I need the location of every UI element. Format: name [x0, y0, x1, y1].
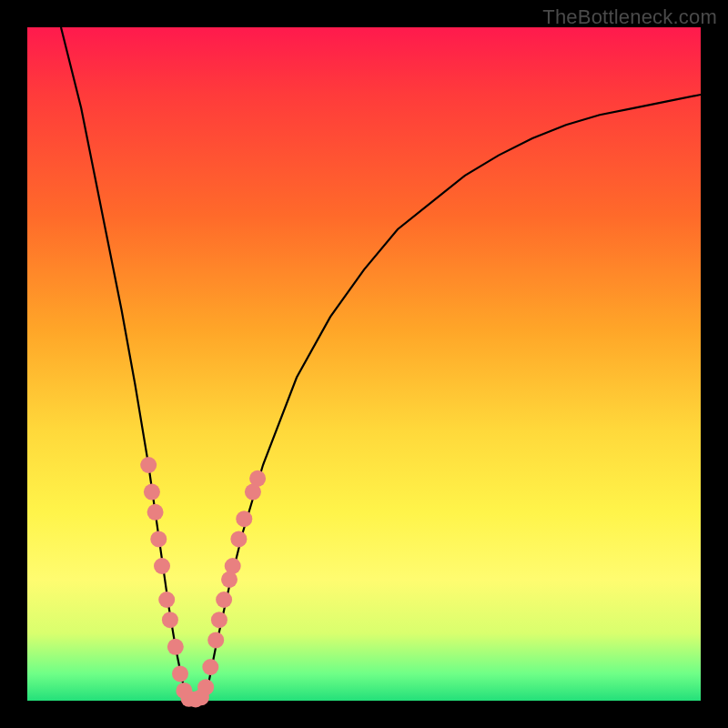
marker-dot [225, 558, 241, 574]
marker-dot [249, 470, 266, 487]
marker-dot [207, 632, 224, 648]
bottleneck-curve [61, 27, 701, 701]
chart-svg [27, 27, 701, 701]
marker-dot [230, 531, 247, 547]
marker-dot [197, 679, 214, 695]
marker-dot [154, 558, 170, 574]
marker-dot [144, 484, 160, 500]
marker-dot [236, 511, 252, 527]
marker-dot [150, 531, 167, 547]
marker-dot [216, 592, 232, 608]
marker-dot [202, 659, 218, 675]
marker-dot [172, 665, 188, 682]
highlight-dots [140, 457, 266, 708]
marker-dot [147, 504, 164, 521]
marker-dot [140, 457, 157, 473]
watermark-text: TheBottleneck.com [542, 5, 717, 29]
marker-dot [158, 592, 175, 608]
marker-dot [167, 639, 184, 655]
marker-dot [211, 612, 228, 628]
marker-dot [162, 612, 178, 628]
